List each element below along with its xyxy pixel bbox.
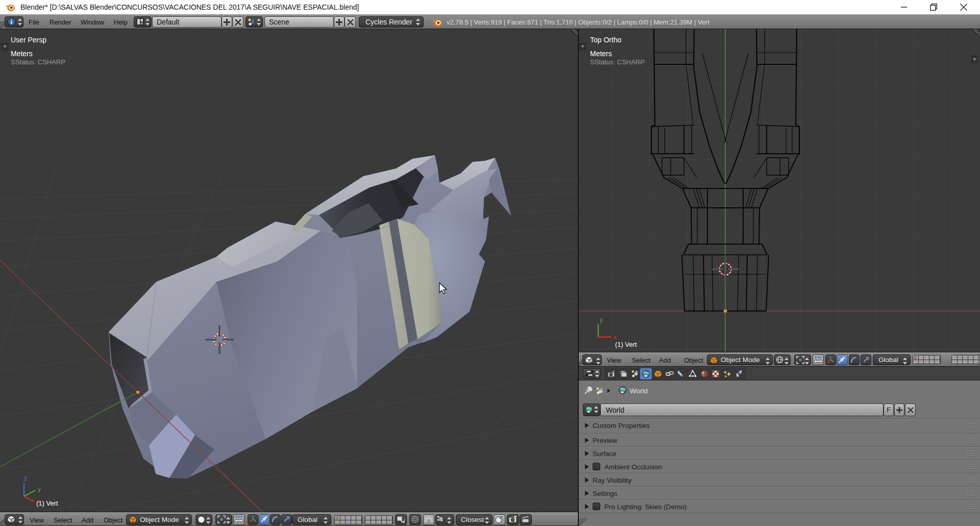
svg-text:y: y xyxy=(600,316,603,323)
svg-text:z: z xyxy=(24,475,27,482)
svg-text:y: y xyxy=(38,486,41,493)
svg-text:x: x xyxy=(614,333,617,341)
